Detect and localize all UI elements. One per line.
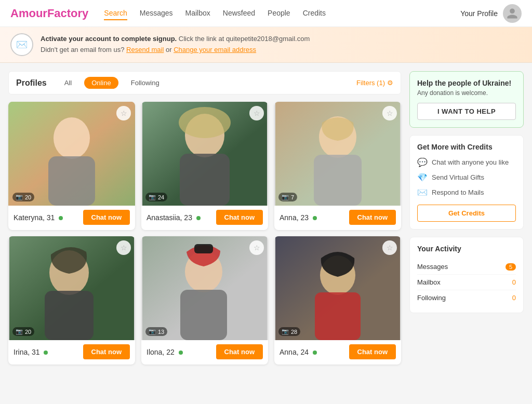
photo-count-anna2: 📷 28: [278, 327, 300, 336]
svg-rect-12: [45, 291, 94, 340]
profile-photo-anastasiia: [141, 102, 268, 206]
profile-info-irina: Irina, 31 Chat now: [8, 340, 135, 365]
banner-text: Activate your account to complete signup…: [41, 34, 310, 56]
favorite-star-anastasiia[interactable]: ☆: [249, 106, 264, 120]
filter-icon: ⚙: [387, 79, 393, 87]
credits-feature-gifts: 💎 Send Virtual Gifts: [417, 172, 516, 182]
banner-bold-text: Activate your account to complete signup…: [41, 35, 177, 43]
svg-rect-9: [314, 155, 362, 206]
name-text-anastasiia: Anastasiia, 23: [147, 213, 192, 222]
credits-feature-chat: 💬 Chat with anyone you like: [417, 157, 516, 167]
profile-photo-ilona: [141, 236, 268, 340]
activation-banner: ✉️ Activate your account to complete sig…: [0, 27, 532, 63]
credits-box: Get More with Credits 💬 Chat with anyone…: [409, 135, 524, 230]
nav-mailbox[interactable]: Mailbox: [185, 7, 210, 20]
profile-info-anna2: Anna, 24 Chat now: [274, 340, 401, 365]
profile-image-anastasiia: ☆ 📷 24: [141, 102, 268, 206]
profile-card-anna2: ☆ 📷 28 Anna, 24 Chat now: [274, 236, 401, 365]
filters-label: Filters (1): [356, 79, 385, 87]
filters-button[interactable]: Filters (1) ⚙: [356, 79, 393, 87]
tab-online[interactable]: Online: [84, 77, 118, 89]
person-silhouette-2: [141, 102, 268, 206]
credits-chat-label: Chat with anyone you like: [432, 158, 509, 166]
svg-point-6: [179, 107, 231, 138]
camera-icon-3: 📷: [282, 194, 289, 200]
camera-icon-4: 📷: [16, 328, 23, 335]
activity-messages-label: Messages: [417, 263, 448, 271]
favorite-star-anna1[interactable]: ☆: [382, 106, 397, 120]
activity-row-mailbox: Mailbox 0: [417, 275, 516, 290]
mail-icon: ✉️: [417, 187, 428, 197]
get-credits-button[interactable]: Get Credits: [417, 205, 516, 222]
nav-search[interactable]: Search: [104, 7, 127, 20]
name-text-irina: Irina, 31: [14, 348, 40, 356]
logo[interactable]: AmourFactory: [10, 7, 88, 20]
profile-name-irina: Irina, 31: [14, 348, 48, 356]
photo-count-anna1: 📷 7: [278, 193, 297, 201]
online-indicator-anna1: [313, 216, 317, 220]
banner-or-text: or: [166, 46, 174, 53]
profile-image-anna1: ☆ 📷 7: [274, 102, 401, 206]
person-silhouette-5: [141, 236, 268, 340]
name-text-ilona: Ilona, 22: [147, 348, 175, 356]
chat-button-ilona[interactable]: Chat now: [216, 344, 263, 359]
ukraine-subtitle: Any donation is welcome.: [417, 89, 516, 97]
profile-info-anastasiia: Anastasiia, 23 Chat now: [141, 206, 268, 230]
resend-mail-link[interactable]: Resend mail: [126, 46, 164, 53]
chat-button-irina[interactable]: Chat now: [83, 344, 130, 359]
svg-point-1: [54, 117, 90, 159]
profile-info-anna1: Anna, 23 Chat now: [274, 206, 401, 230]
online-indicator-kateryna: [59, 216, 63, 220]
profiles-header: Profiles All Online Following Filters (1…: [8, 71, 401, 95]
camera-icon-5: 📷: [149, 328, 156, 335]
ukraine-help-box: Help the people of Ukraine! Any donation…: [409, 71, 524, 128]
credits-feature-mails: ✉️ Respond to Mails: [417, 187, 516, 197]
ukraine-title: Help the people of Ukraine!: [417, 79, 516, 87]
profile-image-kateryna: ☆ 📷 20: [8, 102, 135, 206]
banner-normal-text: Click the link at quitepetite2018@gmail.…: [179, 35, 310, 43]
gift-icon: 💎: [417, 172, 428, 182]
avatar-icon: [506, 7, 518, 20]
activity-messages-count: 5: [506, 263, 516, 271]
profile-info-ilona: Ilona, 22 Chat now: [141, 340, 268, 365]
favorite-star-irina[interactable]: ☆: [116, 240, 131, 255]
profile-info-kateryna: Kateryna, 31 Chat now: [8, 206, 135, 230]
name-text-anna2: Anna, 24: [280, 348, 309, 356]
nav-messages[interactable]: Messages: [140, 7, 173, 20]
photo-count-ilona: 📷 13: [145, 327, 167, 336]
your-profile-link[interactable]: Your Profile: [460, 9, 498, 18]
chat-button-kateryna[interactable]: Chat now: [83, 210, 130, 225]
favorite-star-ilona[interactable]: ☆: [249, 240, 264, 255]
chat-button-anastasiia[interactable]: Chat now: [216, 210, 263, 225]
credits-mails-label: Respond to Mails: [432, 188, 484, 196]
profile-name-anna1: Anna, 23: [280, 213, 317, 222]
camera-icon-6: 📷: [282, 328, 289, 335]
avatar[interactable]: [503, 4, 522, 23]
content-area: Profiles All Online Following Filters (1…: [8, 71, 401, 365]
photo-count-kateryna: 📷 20: [12, 193, 34, 201]
ukraine-help-button[interactable]: I WANT TO HELP: [417, 103, 516, 120]
profile-photo-kateryna: [8, 102, 135, 206]
chat-button-anna2[interactable]: Chat now: [349, 344, 396, 359]
nav-people[interactable]: People: [268, 7, 290, 20]
tab-all[interactable]: All: [57, 77, 79, 89]
profile-photo-irina: [8, 236, 135, 340]
favorite-star-kateryna[interactable]: ☆: [116, 106, 131, 120]
nav-credits[interactable]: Credits: [303, 7, 326, 20]
chat-button-anna1[interactable]: Chat now: [349, 210, 396, 225]
favorite-star-anna2[interactable]: ☆: [382, 240, 397, 255]
activity-following-count: 0: [512, 294, 516, 302]
profile-card-kateryna: ☆ 📷 20 Kateryna, 31 Chat now: [8, 102, 135, 230]
change-email-link[interactable]: Change your email address: [174, 46, 256, 53]
nav-newsfeed[interactable]: Newsfeed: [223, 7, 255, 20]
tab-following[interactable]: Following: [124, 77, 167, 89]
svg-rect-2: [48, 156, 95, 206]
main-layout: Profiles All Online Following Filters (1…: [0, 63, 532, 373]
main-nav: Search Messages Mailbox Newsfeed People …: [104, 7, 460, 20]
header-right: Your Profile: [460, 4, 522, 23]
profile-name-anastasiia: Anastasiia, 23: [147, 213, 201, 222]
activity-following-label: Following: [417, 294, 446, 302]
name-text-anna1: Anna, 23: [280, 213, 309, 222]
person-silhouette-3: [274, 102, 401, 206]
profile-grid: ☆ 📷 20 Kateryna, 31 Chat now: [8, 102, 401, 365]
